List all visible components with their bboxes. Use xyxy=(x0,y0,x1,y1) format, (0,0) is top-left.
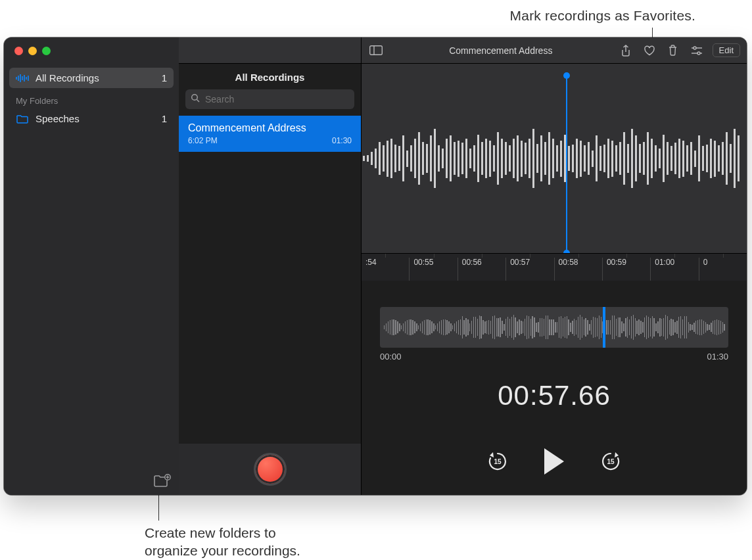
ruler-tick: 00:58 xyxy=(554,258,602,281)
ruler-tick: :54 xyxy=(362,258,409,281)
svg-point-18 xyxy=(697,52,700,55)
playhead[interactable] xyxy=(566,76,567,253)
folder-icon xyxy=(16,114,29,124)
play-button[interactable] xyxy=(544,448,564,475)
recording-row[interactable]: Commencement Address 6:02 PM 01:30 xyxy=(179,116,361,152)
favorite-button[interactable] xyxy=(642,43,657,58)
fullscreen-window-button[interactable] xyxy=(42,47,51,55)
time-ruler: :5400:5500:5600:5700:5800:5901:000 xyxy=(362,253,747,281)
transport-controls: 15 15 xyxy=(362,448,747,475)
new-folder-button[interactable] xyxy=(154,474,171,488)
recordings-list: Commencement Address 6:02 PM 01:30 xyxy=(179,116,361,444)
recording-time: 6:02 PM xyxy=(188,136,218,145)
app-window: All Recordings 1 My Folders Speeches 1 xyxy=(4,37,747,495)
share-button[interactable] xyxy=(618,43,634,58)
window-controls xyxy=(4,37,179,64)
sidebar: All Recordings 1 My Folders Speeches 1 xyxy=(4,37,179,495)
overview-start-time: 00:00 xyxy=(380,352,402,362)
sidebar-item-label: All Recordings xyxy=(35,72,99,83)
search-input[interactable] xyxy=(185,89,354,109)
detail-pane: Commencement Address Edit :5400:5500:560… xyxy=(362,37,747,495)
skip-forward-button[interactable]: 15 xyxy=(599,450,622,473)
svg-point-11 xyxy=(192,95,198,101)
delete-button[interactable] xyxy=(665,43,681,58)
play-icon xyxy=(544,448,564,475)
callout-new-folder: Create new folders to organize your reco… xyxy=(145,525,300,560)
ruler-tick: 00:55 xyxy=(409,258,457,281)
recordings-column: All Recordings Commencement Address 6:02… xyxy=(179,37,362,495)
recording-duration: 01:30 xyxy=(332,136,352,145)
recording-subtitle: 6:02 PM 01:30 xyxy=(188,136,352,145)
ruler-tick: 0 xyxy=(699,258,747,281)
callout-favorite: Mark recordings as Favorites. xyxy=(510,8,695,24)
ruler-tick: 00:59 xyxy=(602,258,650,281)
record-button[interactable] xyxy=(254,453,287,486)
sidebar-folders-header: My Folders xyxy=(9,88,174,108)
current-time: 00:57.66 xyxy=(362,380,747,411)
settings-button[interactable] xyxy=(689,43,705,58)
svg-text:15: 15 xyxy=(494,458,502,465)
overview-labels: 00:00 01:30 xyxy=(362,348,747,362)
waveform-bars xyxy=(362,129,747,188)
skip-back-button[interactable]: 15 xyxy=(486,450,509,473)
search-icon xyxy=(191,93,200,103)
close-window-button[interactable] xyxy=(14,47,23,55)
overview-wrap xyxy=(362,281,747,348)
toolbar: Commencement Address Edit xyxy=(362,37,747,64)
sidebar-item-count: 1 xyxy=(162,113,167,124)
waveform-overview[interactable] xyxy=(380,307,728,348)
toggle-sidebar-button[interactable] xyxy=(368,43,384,58)
sidebar-item-speeches[interactable]: Speeches 1 xyxy=(9,108,174,129)
minimize-window-button[interactable] xyxy=(28,47,37,55)
svg-line-12 xyxy=(197,100,200,103)
recordings-header: All Recordings xyxy=(179,64,361,89)
search-wrap xyxy=(179,89,361,109)
svg-text:15: 15 xyxy=(607,458,615,465)
ruler-tick: 01:00 xyxy=(650,258,698,281)
sidebar-item-label: Speeches xyxy=(35,113,80,124)
toolbar-spacer xyxy=(179,37,361,64)
overview-bars xyxy=(384,312,724,342)
record-bar xyxy=(179,444,361,495)
svg-rect-13 xyxy=(370,46,383,55)
waveform-icon xyxy=(16,74,29,83)
sidebar-list: All Recordings 1 My Folders Speeches 1 xyxy=(4,64,179,129)
sidebar-item-count: 1 xyxy=(162,72,167,83)
waveform-zoom[interactable]: :5400:5500:5600:5700:5800:5901:000 xyxy=(362,64,747,281)
svg-point-16 xyxy=(693,47,696,49)
toolbar-title: Commencement Address xyxy=(392,45,610,56)
sidebar-footer xyxy=(4,467,179,495)
sidebar-item-all-recordings[interactable]: All Recordings 1 xyxy=(9,68,174,88)
overview-end-time: 01:30 xyxy=(707,352,728,362)
ruler-tick: 00:57 xyxy=(505,258,553,281)
edit-button[interactable]: Edit xyxy=(713,43,740,57)
ruler-tick: 00:56 xyxy=(458,258,505,281)
overview-playhead[interactable] xyxy=(603,307,605,348)
recording-title: Commencement Address xyxy=(188,122,352,134)
